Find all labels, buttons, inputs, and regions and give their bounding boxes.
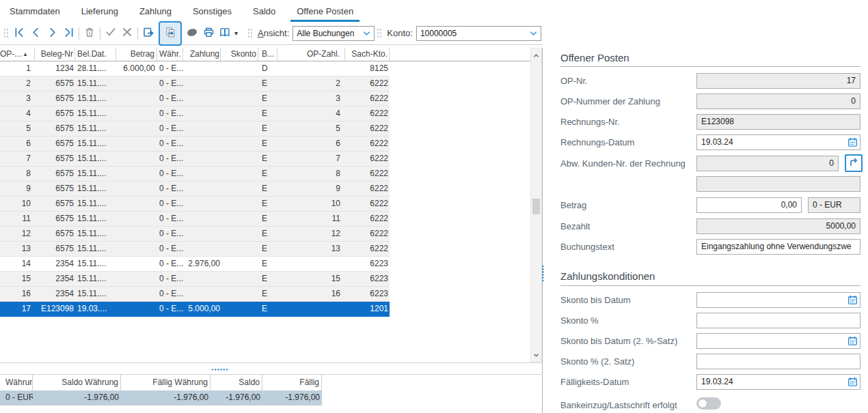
column-header-zahlung[interactable]: Zahlung bbox=[183, 48, 221, 61]
table-row[interactable]: 4657515.11....0 - E...E46222 bbox=[0, 106, 390, 122]
grid-cell: 6223 bbox=[345, 272, 390, 286]
navigate-next-button[interactable] bbox=[44, 25, 60, 42]
scroll-down-arrow[interactable] bbox=[531, 350, 541, 360]
grid-cell: 6222 bbox=[345, 227, 390, 241]
betrag-field[interactable]: 0,00 bbox=[696, 197, 802, 213]
buchungstext-label: Buchungstext bbox=[560, 239, 694, 255]
table-row[interactable]: 15235415.11....0 - E...E156223 bbox=[0, 272, 390, 287]
skonto-bis-datum-field[interactable] bbox=[696, 292, 860, 308]
table-row[interactable]: 8657515.11....0 - E...E86222 bbox=[0, 167, 390, 182]
reports-button[interactable] bbox=[217, 25, 233, 42]
column-header-sach-kto-[interactable]: Sach-Kto. bbox=[345, 48, 390, 61]
cancel-button[interactable] bbox=[119, 25, 135, 42]
table-row[interactable]: 2657515.11....0 - E...E26222 bbox=[0, 76, 390, 91]
vertical-scrollbar[interactable] bbox=[530, 48, 542, 362]
column-header-w-hr-[interactable]: Währ. bbox=[157, 48, 183, 61]
table-row[interactable]: 3657515.11....0 - E...E36222 bbox=[0, 91, 390, 106]
delete-button[interactable] bbox=[81, 25, 98, 42]
table-row[interactable]: 14235415.11....0 - E...2.976,00E6223 bbox=[0, 257, 390, 272]
grid-cell: 15.11.... bbox=[75, 152, 116, 166]
grid-cell: 6222 bbox=[345, 212, 390, 226]
tab-zahlung[interactable]: Zahlung bbox=[139, 6, 172, 16]
chevron-down-icon bbox=[530, 29, 537, 38]
tab-sonstiges[interactable]: Sonstiges bbox=[193, 6, 232, 16]
confirm-button[interactable] bbox=[103, 25, 119, 42]
table-row[interactable]: 13657515.11....0 - E...E136222 bbox=[0, 242, 390, 257]
tab-stammdaten[interactable]: Stammdaten bbox=[10, 6, 60, 16]
skonto-prozent-field[interactable] bbox=[696, 313, 860, 328]
column-header-op-zahl-[interactable]: OP-Zahl. bbox=[277, 48, 345, 61]
grid-cell bbox=[221, 287, 258, 301]
toolbar-separator bbox=[79, 27, 79, 40]
table-row[interactable]: 17E12309819.03....0 - E...5.000,00E1201 bbox=[0, 302, 390, 317]
tab-offene-posten[interactable]: Offene Posten bbox=[297, 6, 353, 16]
faelligkeits-datum-field[interactable]: 19.03.24 bbox=[696, 374, 860, 390]
grid-cell: 12 bbox=[277, 227, 345, 241]
bankeinzug-lastschrift-erfolgt-toggle[interactable] bbox=[696, 397, 721, 410]
skonto-bis-datum-2-satz-field[interactable] bbox=[696, 333, 860, 349]
op-nr-field: 17 bbox=[696, 73, 860, 89]
cross-icon bbox=[122, 27, 133, 40]
table-row[interactable]: 11657515.11....0 - E...E116222 bbox=[0, 212, 390, 227]
abw-kunden-nr-der-rechnung-jump-button[interactable] bbox=[845, 154, 863, 172]
grid-cell: 4 bbox=[0, 106, 35, 121]
konto-dropdown[interactable]: 10000005 bbox=[416, 26, 541, 41]
grid-cell bbox=[183, 242, 221, 256]
rechnungs-datum-field[interactable]: 19.03.24 bbox=[696, 134, 860, 150]
grid-cell: 15.11.... bbox=[75, 167, 116, 181]
toolbar-grip-handle[interactable] bbox=[377, 28, 382, 38]
grid-cell: 7 bbox=[0, 152, 35, 166]
print-button[interactable] bbox=[200, 25, 217, 42]
navigate-last-button[interactable] bbox=[60, 25, 77, 42]
calendar-icon[interactable] bbox=[847, 137, 858, 147]
calendar-icon[interactable] bbox=[847, 377, 858, 387]
column-header-beleg-nr[interactable]: Beleg-Nr bbox=[35, 48, 75, 61]
column-header-op-[interactable]: OP-...▲ bbox=[0, 48, 35, 61]
table-row[interactable]: 9657515.11....0 - E...E96222 bbox=[0, 182, 390, 197]
grid-cell: 6575 bbox=[35, 227, 75, 241]
column-header-betrag[interactable]: Betrag bbox=[116, 48, 157, 61]
table-row[interactable]: 10657515.11....0 - E...E106222 bbox=[0, 197, 390, 212]
tab-lieferung[interactable]: Lieferung bbox=[81, 6, 118, 16]
column-header-b-[interactable]: B... bbox=[258, 48, 277, 61]
grid-cell: 15.11.... bbox=[75, 182, 116, 196]
grid-cell: 0 - E... bbox=[157, 227, 183, 241]
table-row[interactable]: 6657515.11....0 - E...E66222 bbox=[0, 137, 390, 152]
table-row[interactable]: 1123428.11....6.000,000 - E...D8125 bbox=[0, 61, 390, 76]
table-row[interactable]: 7657515.11....0 - E...E76222 bbox=[0, 152, 390, 167]
grid-cell: 6575 bbox=[35, 152, 75, 166]
table-row[interactable]: 16235415.11....0 - E...E166223 bbox=[0, 287, 390, 302]
check-icon bbox=[105, 27, 116, 40]
copy-button[interactable] bbox=[162, 25, 178, 42]
reports-menu-caret-icon[interactable]: ▾ bbox=[234, 29, 238, 37]
column-header-skonto[interactable]: Skonto bbox=[221, 48, 258, 61]
grid-cell: 9 bbox=[277, 182, 345, 196]
grid-cell: 6223 bbox=[345, 257, 390, 271]
grid-cell: 5.000,00 bbox=[183, 302, 221, 316]
ansicht-dropdown[interactable]: Alle Buchungen bbox=[293, 26, 375, 41]
toolbar-grip-handle[interactable] bbox=[247, 28, 253, 38]
skonto-prozent-2-satz-field[interactable] bbox=[696, 354, 860, 369]
table-row[interactable]: 12657515.11....0 - E...E126222 bbox=[0, 227, 390, 242]
calendar-icon[interactable] bbox=[847, 336, 858, 346]
tab-saldo[interactable]: Saldo bbox=[253, 6, 275, 16]
stamp-button[interactable] bbox=[184, 25, 200, 42]
scrollbar-thumb[interactable] bbox=[532, 199, 540, 214]
grid-cell: 10 bbox=[0, 197, 35, 211]
column-header-bel-dat-[interactable]: Bel.Dat. bbox=[75, 48, 116, 61]
navigate-previous-button[interactable] bbox=[27, 25, 44, 42]
grid-cell: E bbox=[258, 302, 277, 316]
calendar-icon[interactable] bbox=[847, 295, 858, 305]
horizontal-splitter-handle[interactable] bbox=[211, 368, 228, 371]
grid-cell: 6575 bbox=[35, 167, 75, 181]
scroll-up-arrow[interactable] bbox=[531, 50, 541, 61]
grid-cell: 0 - E... bbox=[157, 272, 183, 286]
grid-cell: 3 bbox=[277, 91, 345, 106]
navigate-first-button[interactable] bbox=[11, 25, 27, 42]
grid-cell: 6 bbox=[277, 137, 345, 151]
toolbar-grip-handle[interactable] bbox=[3, 28, 9, 38]
post-button[interactable] bbox=[140, 25, 157, 42]
table-row[interactable]: 5657515.11....0 - E...E56222 bbox=[0, 122, 390, 137]
post-document-icon bbox=[143, 27, 154, 40]
buchungstext-field[interactable]: Eingangszahlung ohne Verwendungszwe bbox=[696, 239, 860, 255]
